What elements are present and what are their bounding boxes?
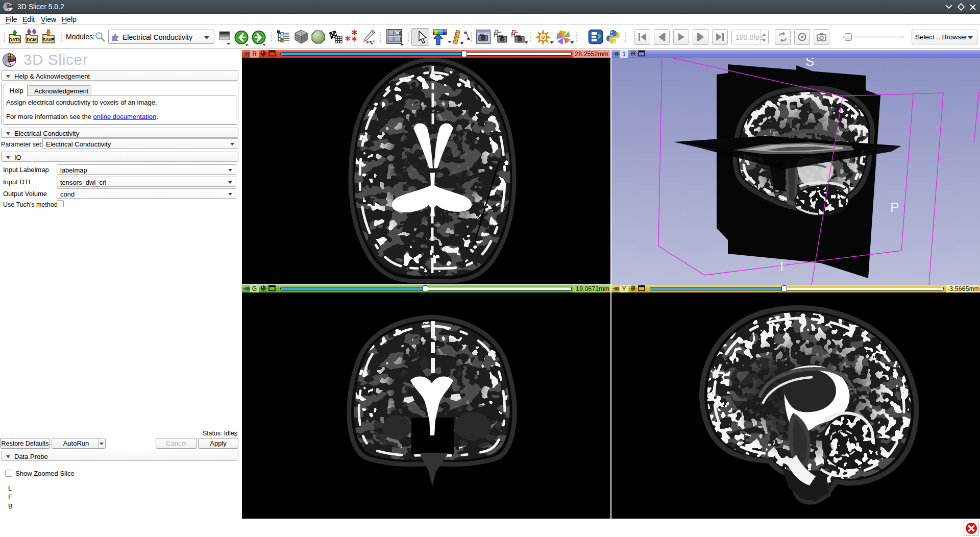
svg-text:DCM: DCM: [27, 37, 36, 42]
svg-text:I: I: [780, 259, 783, 274]
svg-text:DATA: DATA: [9, 37, 20, 42]
svg-text:SAVE: SAVE: [43, 37, 55, 42]
svg-text:P: P: [890, 200, 899, 215]
svg-text:S: S: [805, 58, 814, 69]
